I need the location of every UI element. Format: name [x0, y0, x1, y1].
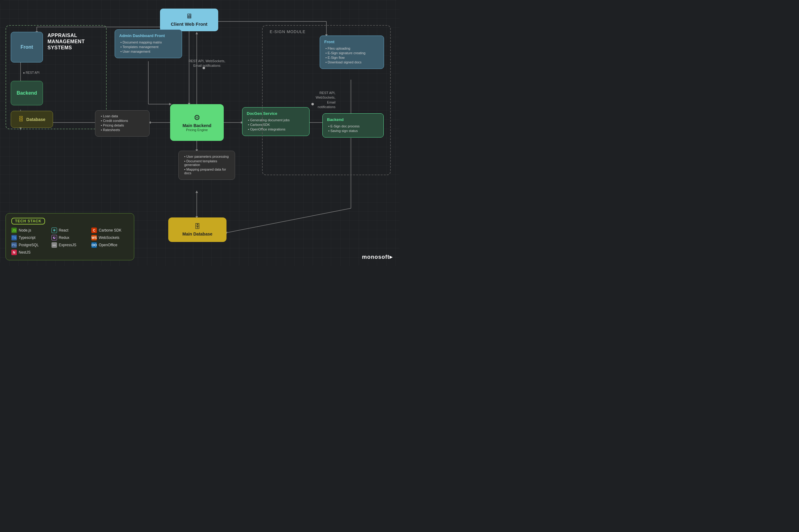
ams-database-box: 🗄 Database — [11, 111, 53, 128]
esign-front-bullet-2: • E-Sign signature creating — [324, 51, 379, 55]
main-backend-title: Main Backend — [182, 123, 211, 128]
ams-front-box: Front — [11, 32, 43, 62]
tech-item-pg: PG PostgreSQL — [11, 242, 49, 248]
tech-item-redux: ☯ Redux — [52, 235, 89, 241]
main-db-icon: 🗄 — [194, 223, 201, 230]
pg-label: PostgreSQL — [19, 243, 39, 247]
gear-icon: ⚙ — [194, 113, 201, 122]
esign-backend-bullet-1: • E-Sign doc process — [327, 124, 379, 128]
monosoft-brand: monosoft▸ — [362, 253, 393, 260]
svg-line-32 — [226, 208, 351, 233]
tech-item-carbone: C Carbone SDK — [91, 228, 128, 233]
esign-backend-title: Backend — [327, 117, 379, 122]
tech-item-express: — ExpressJS — [52, 242, 89, 248]
loan-bullet-3: • Pricing details — [99, 124, 145, 127]
esign-front-bullet-4: • Download signed docs — [324, 60, 379, 64]
ams-db-label: Database — [26, 117, 45, 122]
nestjs-icon: N — [11, 250, 17, 255]
admin-bullet-2: • Templates management — [119, 45, 178, 49]
redux-label: Redux — [59, 235, 70, 240]
svg-marker-10 — [196, 32, 198, 34]
ws-label: WebSockets — [99, 235, 119, 240]
ams-backend-label: Backend — [17, 90, 37, 96]
monitor-icon: 🖥 — [165, 12, 213, 20]
tech-stack-container: TECH STACK JS Node.js ⚛ React C Carbone … — [5, 213, 134, 260]
diagram-container: 🖥 Client Web Front Front APPRAISALMANAGE… — [0, 0, 400, 266]
loan-bullet-2: • Credit conditions — [99, 119, 145, 122]
main-database-box: 🗄 Main Database — [168, 217, 226, 242]
admin-bullet-1: • Document mapping matrix — [119, 40, 178, 44]
nodejs-icon: JS — [11, 228, 17, 233]
client-web-front-box: 🖥 Client Web Front — [160, 8, 218, 31]
nodejs-label: Node.js — [19, 228, 31, 232]
admin-bullet-3: • User management — [119, 50, 178, 53]
esign-front-bullet-1: • Files uploading — [324, 46, 379, 50]
express-label: ExpressJS — [59, 243, 76, 247]
esign-backend-box: Backend • E-Sign doc process • Saving si… — [322, 113, 384, 137]
user-params-bullet-2: • Document templates generation — [183, 159, 230, 167]
react-label: React — [59, 228, 68, 232]
esign-front-bullet-3: • E-Sign flow — [324, 56, 379, 59]
react-icon: ⚛ — [52, 228, 57, 233]
oo-label: OpenOffice — [99, 243, 117, 247]
carbone-label: Carbone SDK — [99, 228, 122, 232]
svg-marker-28 — [196, 190, 198, 193]
rest-api-center-label: REST API, WebSockets,Email notifications — [188, 59, 225, 68]
esign-front-title: Front — [324, 39, 379, 44]
ams-backend-box: Backend — [11, 81, 43, 106]
main-backend-box: ⚙ Main Backend Pricing Engine — [170, 104, 224, 141]
carbone-icon: C — [91, 228, 97, 233]
tech-stack-badge: TECH STACK — [11, 218, 45, 225]
pg-icon: PG — [11, 242, 17, 248]
main-db-label: Main Database — [182, 231, 212, 236]
loan-bullet-4: • Ratesheets — [99, 128, 145, 132]
client-web-front-label: Client Web Front — [171, 21, 207, 27]
express-icon: — — [52, 242, 57, 248]
ams-title: APPRAISALMANAGEMENTSYSTEMS — [48, 33, 85, 51]
ams-db-icon: 🗄 — [18, 116, 24, 122]
tech-item-nodejs: JS Node.js — [11, 228, 49, 233]
ams-rest-api-label: ● REST API — [23, 71, 39, 74]
tech-stack-grid: JS Node.js ⚛ React C Carbone SDK TS Type… — [11, 228, 128, 255]
tech-item-react: ⚛ React — [52, 228, 89, 233]
esign-front-box: Front • Files uploading • E-Sign signatu… — [320, 36, 384, 69]
esign-backend-bullet-2: • Saving sign status — [327, 129, 379, 133]
user-params-bullet-3: • Mapping prepared data for docs — [183, 168, 230, 175]
tech-item-oo: OO OpenOffice — [91, 242, 128, 248]
ams-front-label: Front — [20, 44, 33, 50]
user-params-bullet-1: • User parameters processing — [183, 155, 230, 158]
tech-item-ts: TS Typescript — [11, 235, 49, 241]
ts-icon: TS — [11, 235, 17, 241]
redux-icon: ☯ — [52, 235, 57, 241]
oo-icon: OO — [91, 242, 97, 248]
ams-container: Front APPRAISALMANAGEMENTSYSTEMS Backend… — [5, 25, 107, 129]
loan-bullet-1: • Loan data — [99, 114, 145, 118]
tech-item-nestjs: N NestJS — [11, 250, 49, 255]
loan-data-box: • Loan data • Credit conditions • Pricin… — [95, 110, 150, 137]
admin-dashboard-title: Admin Dashboard Front — [119, 33, 178, 38]
main-backend-subtitle: Pricing Engine — [186, 128, 208, 132]
nestjs-label: NestJS — [19, 250, 31, 254]
ws-icon: WS — [91, 235, 97, 241]
tech-item-ws: WS WebSockets — [91, 235, 128, 241]
user-params-box: • User parameters processing • Document … — [179, 151, 235, 180]
admin-dashboard-box: Admin Dashboard Front • Document mapping… — [115, 30, 182, 58]
ts-label: Typescript — [19, 235, 36, 240]
